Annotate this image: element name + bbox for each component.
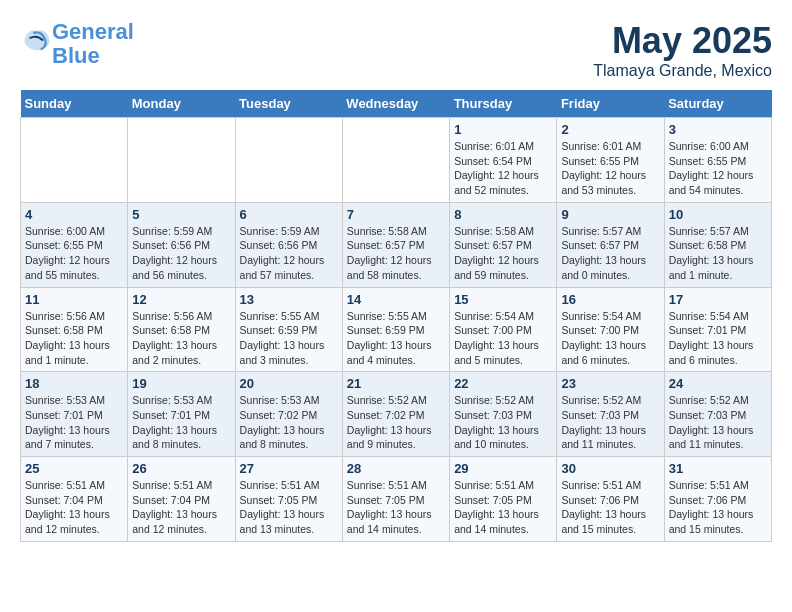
day-number: 12 xyxy=(132,292,230,307)
calendar-week-row: 25Sunrise: 5:51 AM Sunset: 7:04 PM Dayli… xyxy=(21,457,772,542)
day-number: 10 xyxy=(669,207,767,222)
calendar-cell: 3Sunrise: 6:00 AM Sunset: 6:55 PM Daylig… xyxy=(664,118,771,203)
day-number: 29 xyxy=(454,461,552,476)
day-of-week-header: Tuesday xyxy=(235,90,342,118)
calendar-cell: 26Sunrise: 5:51 AM Sunset: 7:04 PM Dayli… xyxy=(128,457,235,542)
day-number: 7 xyxy=(347,207,445,222)
calendar-cell: 20Sunrise: 5:53 AM Sunset: 7:02 PM Dayli… xyxy=(235,372,342,457)
day-number: 30 xyxy=(561,461,659,476)
day-number: 26 xyxy=(132,461,230,476)
day-number: 1 xyxy=(454,122,552,137)
day-detail: Sunrise: 5:56 AM Sunset: 6:58 PM Dayligh… xyxy=(132,309,230,368)
day-number: 23 xyxy=(561,376,659,391)
day-number: 15 xyxy=(454,292,552,307)
day-detail: Sunrise: 5:51 AM Sunset: 7:06 PM Dayligh… xyxy=(669,478,767,537)
day-detail: Sunrise: 5:58 AM Sunset: 6:57 PM Dayligh… xyxy=(347,224,445,283)
calendar-cell: 14Sunrise: 5:55 AM Sunset: 6:59 PM Dayli… xyxy=(342,287,449,372)
day-detail: Sunrise: 5:53 AM Sunset: 7:01 PM Dayligh… xyxy=(25,393,123,452)
day-detail: Sunrise: 5:53 AM Sunset: 7:01 PM Dayligh… xyxy=(132,393,230,452)
calendar-cell: 22Sunrise: 5:52 AM Sunset: 7:03 PM Dayli… xyxy=(450,372,557,457)
day-number: 28 xyxy=(347,461,445,476)
day-detail: Sunrise: 5:51 AM Sunset: 7:05 PM Dayligh… xyxy=(240,478,338,537)
calendar-cell xyxy=(128,118,235,203)
calendar-cell: 4Sunrise: 6:00 AM Sunset: 6:55 PM Daylig… xyxy=(21,202,128,287)
day-detail: Sunrise: 5:51 AM Sunset: 7:05 PM Dayligh… xyxy=(347,478,445,537)
logo: General Blue xyxy=(20,20,134,68)
calendar-cell: 18Sunrise: 5:53 AM Sunset: 7:01 PM Dayli… xyxy=(21,372,128,457)
day-of-week-header: Monday xyxy=(128,90,235,118)
main-title: May 2025 xyxy=(593,20,772,62)
day-detail: Sunrise: 5:52 AM Sunset: 7:03 PM Dayligh… xyxy=(454,393,552,452)
calendar-week-row: 11Sunrise: 5:56 AM Sunset: 6:58 PM Dayli… xyxy=(21,287,772,372)
day-number: 8 xyxy=(454,207,552,222)
day-detail: Sunrise: 5:57 AM Sunset: 6:57 PM Dayligh… xyxy=(561,224,659,283)
day-detail: Sunrise: 5:52 AM Sunset: 7:02 PM Dayligh… xyxy=(347,393,445,452)
calendar-cell: 30Sunrise: 5:51 AM Sunset: 7:06 PM Dayli… xyxy=(557,457,664,542)
day-detail: Sunrise: 5:55 AM Sunset: 6:59 PM Dayligh… xyxy=(347,309,445,368)
day-of-week-header: Wednesday xyxy=(342,90,449,118)
day-number: 20 xyxy=(240,376,338,391)
calendar-cell: 1Sunrise: 6:01 AM Sunset: 6:54 PM Daylig… xyxy=(450,118,557,203)
calendar-cell: 7Sunrise: 5:58 AM Sunset: 6:57 PM Daylig… xyxy=(342,202,449,287)
calendar-cell: 28Sunrise: 5:51 AM Sunset: 7:05 PM Dayli… xyxy=(342,457,449,542)
subtitle: Tlamaya Grande, Mexico xyxy=(593,62,772,80)
calendar-cell: 31Sunrise: 5:51 AM Sunset: 7:06 PM Dayli… xyxy=(664,457,771,542)
day-detail: Sunrise: 5:53 AM Sunset: 7:02 PM Dayligh… xyxy=(240,393,338,452)
calendar-cell xyxy=(235,118,342,203)
day-detail: Sunrise: 5:51 AM Sunset: 7:06 PM Dayligh… xyxy=(561,478,659,537)
day-of-week-header: Friday xyxy=(557,90,664,118)
day-number: 13 xyxy=(240,292,338,307)
calendar-cell: 8Sunrise: 5:58 AM Sunset: 6:57 PM Daylig… xyxy=(450,202,557,287)
day-detail: Sunrise: 5:58 AM Sunset: 6:57 PM Dayligh… xyxy=(454,224,552,283)
day-number: 24 xyxy=(669,376,767,391)
calendar-cell: 27Sunrise: 5:51 AM Sunset: 7:05 PM Dayli… xyxy=(235,457,342,542)
calendar-cell: 10Sunrise: 5:57 AM Sunset: 6:58 PM Dayli… xyxy=(664,202,771,287)
calendar-cell xyxy=(21,118,128,203)
day-number: 2 xyxy=(561,122,659,137)
logo-icon xyxy=(22,27,52,57)
calendar-cell: 23Sunrise: 5:52 AM Sunset: 7:03 PM Dayli… xyxy=(557,372,664,457)
day-number: 17 xyxy=(669,292,767,307)
logo-text: General Blue xyxy=(52,20,134,68)
calendar-week-row: 4Sunrise: 6:00 AM Sunset: 6:55 PM Daylig… xyxy=(21,202,772,287)
day-detail: Sunrise: 5:51 AM Sunset: 7:05 PM Dayligh… xyxy=(454,478,552,537)
calendar-table: SundayMondayTuesdayWednesdayThursdayFrid… xyxy=(20,90,772,542)
day-number: 6 xyxy=(240,207,338,222)
calendar-cell xyxy=(342,118,449,203)
calendar-cell: 16Sunrise: 5:54 AM Sunset: 7:00 PM Dayli… xyxy=(557,287,664,372)
day-number: 22 xyxy=(454,376,552,391)
day-number: 9 xyxy=(561,207,659,222)
calendar-cell: 25Sunrise: 5:51 AM Sunset: 7:04 PM Dayli… xyxy=(21,457,128,542)
day-number: 5 xyxy=(132,207,230,222)
day-number: 11 xyxy=(25,292,123,307)
day-number: 21 xyxy=(347,376,445,391)
day-number: 14 xyxy=(347,292,445,307)
day-of-week-header: Saturday xyxy=(664,90,771,118)
calendar-cell: 13Sunrise: 5:55 AM Sunset: 6:59 PM Dayli… xyxy=(235,287,342,372)
day-detail: Sunrise: 5:56 AM Sunset: 6:58 PM Dayligh… xyxy=(25,309,123,368)
day-number: 4 xyxy=(25,207,123,222)
calendar-cell: 2Sunrise: 6:01 AM Sunset: 6:55 PM Daylig… xyxy=(557,118,664,203)
calendar-week-row: 1Sunrise: 6:01 AM Sunset: 6:54 PM Daylig… xyxy=(21,118,772,203)
calendar-cell: 15Sunrise: 5:54 AM Sunset: 7:00 PM Dayli… xyxy=(450,287,557,372)
calendar-cell: 17Sunrise: 5:54 AM Sunset: 7:01 PM Dayli… xyxy=(664,287,771,372)
calendar-cell: 11Sunrise: 5:56 AM Sunset: 6:58 PM Dayli… xyxy=(21,287,128,372)
day-detail: Sunrise: 5:54 AM Sunset: 7:00 PM Dayligh… xyxy=(561,309,659,368)
day-detail: Sunrise: 5:52 AM Sunset: 7:03 PM Dayligh… xyxy=(561,393,659,452)
day-detail: Sunrise: 5:57 AM Sunset: 6:58 PM Dayligh… xyxy=(669,224,767,283)
day-number: 16 xyxy=(561,292,659,307)
day-of-week-header: Thursday xyxy=(450,90,557,118)
calendar-body: 1Sunrise: 6:01 AM Sunset: 6:54 PM Daylig… xyxy=(21,118,772,542)
page-header: General Blue May 2025 Tlamaya Grande, Me… xyxy=(20,20,772,80)
day-detail: Sunrise: 5:59 AM Sunset: 6:56 PM Dayligh… xyxy=(132,224,230,283)
calendar-cell: 24Sunrise: 5:52 AM Sunset: 7:03 PM Dayli… xyxy=(664,372,771,457)
day-detail: Sunrise: 6:00 AM Sunset: 6:55 PM Dayligh… xyxy=(25,224,123,283)
day-detail: Sunrise: 5:52 AM Sunset: 7:03 PM Dayligh… xyxy=(669,393,767,452)
calendar-cell: 19Sunrise: 5:53 AM Sunset: 7:01 PM Dayli… xyxy=(128,372,235,457)
calendar-cell: 29Sunrise: 5:51 AM Sunset: 7:05 PM Dayli… xyxy=(450,457,557,542)
title-block: May 2025 Tlamaya Grande, Mexico xyxy=(593,20,772,80)
calendar-cell: 21Sunrise: 5:52 AM Sunset: 7:02 PM Dayli… xyxy=(342,372,449,457)
day-number: 25 xyxy=(25,461,123,476)
calendar-cell: 6Sunrise: 5:59 AM Sunset: 6:56 PM Daylig… xyxy=(235,202,342,287)
calendar-header: SundayMondayTuesdayWednesdayThursdayFrid… xyxy=(21,90,772,118)
